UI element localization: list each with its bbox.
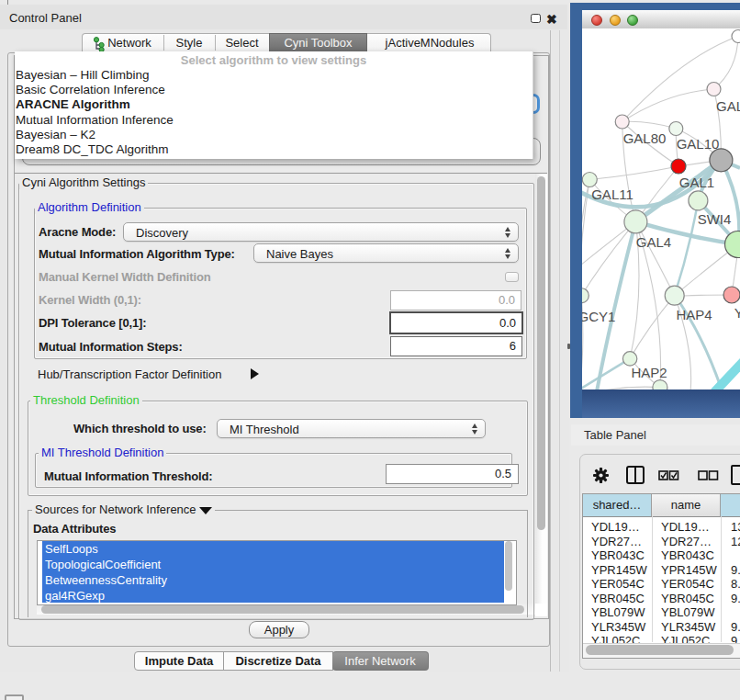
svg-text:GAL1: GAL1 [679,175,714,190]
svg-text:GAL2: GAL2 [716,98,740,114]
svg-text:GAL4: GAL4 [636,234,671,250]
svg-text:GAL10: GAL10 [677,136,720,152]
svg-text:GAL80: GAL80 [623,130,667,146]
svg-text:HAP4: HAP4 [676,307,712,322]
svg-text:SWI4: SWI4 [698,211,732,227]
svg-text:YE: YE [734,305,740,321]
svg-text:GCY1: GCY1 [582,309,615,324]
svg-text:HAP2: HAP2 [631,365,667,380]
svg-text:GAL11: GAL11 [591,186,633,202]
